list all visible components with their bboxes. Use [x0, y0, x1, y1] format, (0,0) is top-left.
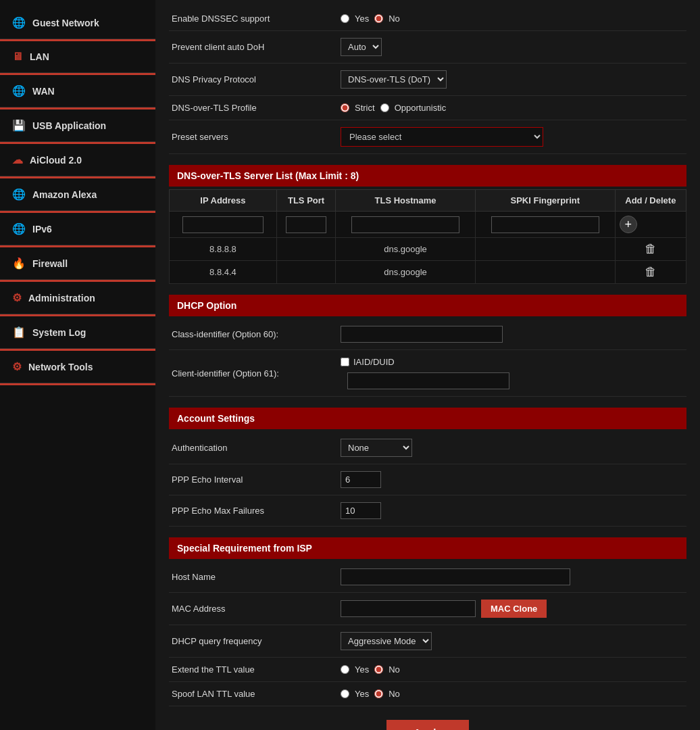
sidebar-item-lan[interactable]: 🖥LAN: [0, 41, 155, 73]
spoof-ttl-no-label[interactable]: No: [389, 689, 400, 699]
sidebar-item-guest-network[interactable]: 🌐Guest Network: [0, 7, 155, 39]
ppp-interval-row: PPP Echo Interval: [169, 464, 686, 495]
dnssec-yes-label[interactable]: Yes: [355, 14, 369, 24]
ppp-max-control: [341, 502, 381, 519]
sidebar-item-amazon-alexa[interactable]: 🌐Amazon Alexa: [0, 178, 155, 211]
mac-address-input[interactable]: [341, 600, 476, 617]
extend-ttl-no-radio[interactable]: [374, 665, 383, 674]
sidebar-item-wan[interactable]: 🌐WAN: [0, 75, 155, 107]
client-id-control: IAID/DUID: [341, 357, 516, 389]
prevent-doh-control: Auto Off On: [341, 38, 382, 56]
preset-servers-select[interactable]: Please select: [341, 127, 543, 147]
dns-privacy-select[interactable]: DNS-over-TLS (DoT) None: [341, 70, 447, 89]
dns-tls-section-header: DNS-over-TLS Server List (Max Limit : 8): [169, 165, 686, 187]
sidebar-label-network-tools: Network Tools: [28, 362, 93, 372]
host-name-input[interactable]: [341, 568, 570, 585]
sidebar-divider-10: [0, 383, 155, 385]
dns-delete-button-0[interactable]: 🗑: [645, 242, 657, 256]
ppp-max-row: PPP Echo Max Failures: [169, 495, 686, 527]
sidebar-label-firewall: Firewall: [32, 258, 68, 269]
sidebar-icon-network-tools: ⚙: [12, 360, 22, 373]
dns-hostname-input[interactable]: [351, 216, 459, 233]
auth-select[interactable]: None PAP CHAP MSCHAP MSCHAPV2: [341, 439, 412, 457]
sidebar-icon-administration: ⚙: [12, 291, 22, 304]
dns-add-button[interactable]: +: [620, 216, 637, 233]
sidebar-label-wan: WAN: [32, 86, 55, 97]
dnssec-no-radio[interactable]: [374, 14, 383, 23]
dns-delete-button-1[interactable]: 🗑: [645, 265, 657, 279]
dnssec-label: Enable DNSSEC support: [172, 14, 334, 24]
apply-button[interactable]: Apply: [386, 720, 469, 730]
sidebar-label-lan: LAN: [30, 51, 49, 62]
sidebar-item-system-log[interactable]: 📋System Log: [0, 316, 155, 349]
sidebar-label-ipv6: IPv6: [32, 224, 52, 235]
sidebar-item-firewall[interactable]: 🔥Firewall: [0, 247, 155, 280]
spoof-ttl-yes-label[interactable]: Yes: [355, 689, 369, 699]
prevent-doh-label: Prevent client auto DoH: [172, 42, 334, 52]
preset-servers-control: Please select: [341, 127, 543, 147]
dnssec-yes-radio[interactable]: [341, 14, 349, 23]
spoof-ttl-yes-radio[interactable]: [341, 689, 349, 698]
dot-opportunistic-label[interactable]: Opportunistic: [395, 103, 447, 113]
dhcp-query-control: Aggressive Mode Normal Mode: [341, 632, 432, 650]
mac-address-label: MAC Address: [172, 604, 334, 614]
dns-row-hostname: dns.google: [336, 238, 476, 261]
sidebar-item-network-tools[interactable]: ⚙Network Tools: [0, 351, 155, 383]
mac-address-row: MAC Address MAC Clone: [169, 593, 686, 625]
sidebar-item-ipv6[interactable]: 🌐IPv6: [0, 213, 155, 245]
dhcp-query-label: DHCP query frequency: [172, 636, 334, 646]
class-id-control: [341, 326, 503, 343]
sidebar-item-administration[interactable]: ⚙Administration: [0, 282, 155, 314]
dnssec-no-label[interactable]: No: [389, 14, 400, 24]
extend-ttl-yes-radio[interactable]: [341, 665, 349, 674]
host-name-label: Host Name: [172, 572, 334, 582]
sidebar-icon-aicloud: ☁: [12, 153, 23, 166]
dnssec-row: Enable DNSSEC support Yes No: [169, 7, 686, 31]
spoof-ttl-no-radio[interactable]: [374, 689, 383, 698]
extend-ttl-no-label[interactable]: No: [389, 664, 400, 675]
account-section-header: Account Settings: [169, 408, 686, 429]
dns-privacy-label: DNS Privacy Protocol: [172, 74, 334, 84]
sidebar-icon-usb-application: 💾: [12, 119, 26, 132]
ppp-max-label: PPP Echo Max Failures: [172, 506, 334, 516]
dot-opportunistic-radio[interactable]: [380, 103, 389, 112]
iaid-duid-label[interactable]: IAID/DUID: [353, 357, 516, 367]
dnssec-control: Yes No: [341, 14, 400, 24]
dhcp-query-select[interactable]: Aggressive Mode Normal Mode: [341, 632, 432, 650]
spoof-ttl-label: Spoof LAN TTL value: [172, 689, 334, 699]
extend-ttl-control: Yes No: [341, 664, 400, 675]
sidebar-label-guest-network: Guest Network: [32, 18, 99, 28]
sidebar-icon-guest-network: 🌐: [12, 16, 26, 29]
dns-ip-input[interactable]: [182, 216, 264, 233]
prevent-doh-select[interactable]: Auto Off On: [341, 38, 382, 56]
mac-clone-button[interactable]: MAC Clone: [481, 600, 547, 618]
sidebar-icon-system-log: 📋: [12, 326, 26, 339]
spoof-ttl-control: Yes No: [341, 689, 400, 699]
ppp-interval-input[interactable]: [341, 471, 381, 488]
auth-label: Authentication: [172, 443, 334, 453]
mac-address-control: MAC Clone: [341, 600, 547, 618]
col-hostname-header: TLS Hostname: [336, 190, 476, 212]
class-id-input[interactable]: [341, 326, 503, 343]
dot-strict-radio[interactable]: [341, 103, 349, 112]
main-panel: Enable DNSSEC support Yes No Prevent cli…: [155, 0, 700, 730]
col-add-delete-header: Add / Delete: [615, 190, 686, 212]
sidebar-item-usb-application[interactable]: 💾USB Application: [0, 110, 155, 142]
ppp-max-input[interactable]: [341, 502, 381, 519]
dns-spki-input[interactable]: [491, 216, 599, 233]
dhcp-query-row: DHCP query frequency Aggressive Mode Nor…: [169, 625, 686, 658]
col-ip-header: IP Address: [170, 190, 277, 212]
ppp-interval-label: PPP Echo Interval: [172, 474, 334, 485]
client-id-input[interactable]: [347, 372, 509, 389]
sidebar-label-administration: Administration: [28, 293, 95, 303]
dot-strict-label[interactable]: Strict: [355, 103, 375, 113]
prevent-doh-row: Prevent client auto DoH Auto Off On: [169, 31, 686, 64]
dns-row-ip: 8.8.4.4: [170, 261, 277, 284]
sidebar-item-aicloud[interactable]: ☁AiCloud 2.0: [0, 144, 155, 176]
iaid-duid-checkbox[interactable]: [341, 358, 349, 366]
dns-port-input[interactable]: [286, 216, 326, 233]
host-name-row: Host Name: [169, 562, 686, 593]
extend-ttl-yes-label[interactable]: Yes: [355, 664, 369, 675]
main-content-area: Enable DNSSEC support Yes No Prevent cli…: [155, 0, 700, 730]
dns-row-port: [276, 261, 335, 284]
